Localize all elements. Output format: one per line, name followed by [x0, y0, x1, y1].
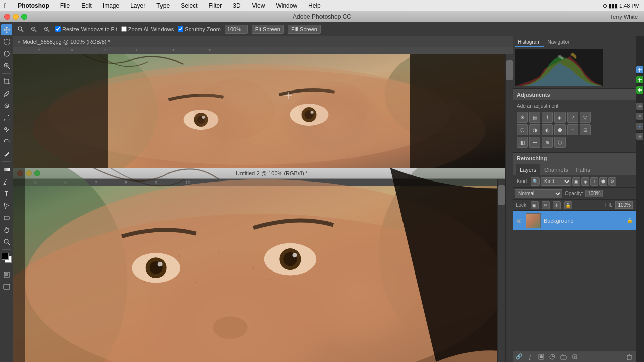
histogram-tab[interactable]: Histogram — [515, 38, 544, 47]
side-btn-4[interactable]: ◎ — [636, 103, 643, 110]
lock-image-btn[interactable]: ✏ — [542, 201, 550, 209]
path-selection-tool[interactable] — [1, 200, 12, 211]
scrubby-zoom-checkbox[interactable] — [178, 26, 183, 32]
adj-hsl-btn[interactable]: ▽ — [580, 112, 591, 123]
bottom-window-max[interactable] — [34, 170, 40, 176]
layers-filter-pixel[interactable]: ▣ — [572, 177, 580, 186]
menu-help[interactable]: Help — [306, 2, 323, 10]
layers-filter-shape[interactable]: ⬟ — [599, 177, 607, 186]
text-tool[interactable]: T — [1, 188, 12, 199]
adj-threshold-btn[interactable]: ☷ — [529, 137, 540, 148]
retouching-header[interactable]: Retouching — [513, 153, 636, 164]
delete-layer-btn[interactable] — [625, 353, 634, 361]
opacity-input[interactable] — [585, 190, 603, 197]
side-btn-2[interactable] — [636, 76, 643, 83]
layers-tab[interactable]: Layers — [516, 164, 540, 175]
menu-image[interactable]: Image — [101, 2, 121, 10]
brush-tool[interactable]: 2 — [1, 112, 12, 123]
hand-tool[interactable] — [1, 224, 12, 235]
side-btn-5[interactable]: ≡ — [636, 113, 643, 120]
adj-invert-btn[interactable]: ⊟ — [580, 124, 591, 135]
adj-channelmix-btn[interactable]: ⬟ — [554, 124, 566, 135]
adj-curves-btn[interactable]: ⌇ — [542, 112, 553, 123]
add-mask-btn[interactable] — [537, 353, 546, 361]
history-brush-tool[interactable] — [1, 136, 12, 147]
scrollbar-thumb[interactable] — [498, 185, 505, 205]
menu-layer[interactable]: Layer — [128, 2, 147, 10]
options-zoom-icon[interactable] — [16, 25, 25, 34]
resize-windows-checkbox[interactable] — [55, 26, 61, 32]
pen-tool[interactable] — [1, 176, 12, 187]
fill-screen-button[interactable]: Fill Screen — [288, 25, 321, 34]
main-canvas-scrollbar[interactable] — [505, 54, 513, 362]
menu-select[interactable]: Select — [179, 2, 199, 10]
layers-kind-select[interactable]: Kind — [541, 177, 571, 186]
layers-filter-type[interactable]: T — [590, 177, 598, 186]
close-button[interactable] — [4, 14, 10, 20]
fill-input[interactable] — [615, 201, 633, 209]
zoom-all-checkbox[interactable] — [121, 26, 127, 32]
maximize-button[interactable] — [21, 14, 27, 20]
menu-window[interactable]: Window — [274, 2, 299, 10]
screen-mode-btn[interactable] — [1, 281, 12, 292]
adj-gradient-map-btn[interactable]: ⊕ — [542, 137, 553, 148]
menu-type[interactable]: Type — [154, 2, 172, 10]
canvas-image-bottom[interactable] — [13, 186, 505, 362]
fit-screen-button[interactable]: Fit Screen — [252, 25, 284, 34]
zoom-tool[interactable]: 3 — [1, 236, 12, 247]
menu-edit[interactable]: Edit — [79, 2, 94, 10]
lock-transparent-btn[interactable]: ▣ — [531, 201, 539, 209]
resize-windows-label[interactable]: Resize Windows to Fit — [55, 26, 117, 32]
side-btn-7[interactable]: ◉ — [636, 133, 643, 140]
paths-tab[interactable]: Paths — [572, 164, 594, 175]
eraser-tool[interactable] — [1, 148, 12, 159]
layer-item-background[interactable]: Background 🔒 — [513, 211, 636, 231]
zoom-all-label[interactable]: Zoom All Windows — [121, 26, 174, 32]
eyedropper-tool[interactable] — [1, 88, 12, 99]
menu-filter[interactable]: Filter — [207, 2, 224, 10]
adj-colorlookup-btn[interactable]: ≡ — [567, 124, 578, 135]
lock-all-btn[interactable]: 🔒 — [564, 201, 572, 209]
minimize-button[interactable] — [13, 14, 19, 20]
gradient-tool[interactable] — [1, 164, 12, 175]
move-tool[interactable] — [1, 24, 12, 35]
add-layer-style-btn[interactable]: ƒ — [526, 353, 535, 361]
lock-position-btn[interactable]: ✛ — [553, 201, 561, 209]
adj-photofilter-btn[interactable]: ◐ — [542, 124, 553, 135]
tab-close-btn[interactable]: × — [17, 39, 20, 45]
main-scrollbar-thumb[interactable] — [506, 60, 513, 80]
scrubby-zoom-label[interactable]: Scrubby Zoom — [178, 26, 221, 32]
side-btn-3[interactable] — [636, 86, 643, 94]
adj-vibrance-btn[interactable]: ↗ — [567, 112, 578, 123]
layer-visibility-btn[interactable] — [516, 217, 523, 224]
layers-filter-smart[interactable]: ⚙ — [608, 177, 616, 186]
crop-tool[interactable] — [1, 76, 12, 87]
zoom-out-btn[interactable] — [29, 25, 38, 34]
adj-brightness-btn[interactable]: ☀ — [517, 112, 528, 123]
zoom-level-input[interactable] — [225, 25, 248, 34]
menu-3d[interactable]: 3D — [231, 2, 243, 10]
create-group-btn[interactable] — [559, 353, 568, 361]
adj-bw-btn[interactable]: ◑ — [529, 124, 540, 135]
create-adjustment-btn[interactable] — [548, 353, 557, 361]
canvas-window-top[interactable] — [13, 54, 505, 168]
quick-mask-btn[interactable] — [1, 269, 12, 280]
foreground-color-swatch[interactable] — [2, 253, 9, 260]
layers-search-icon[interactable]: 🔍 — [531, 177, 540, 186]
quick-select-tool[interactable] — [1, 60, 12, 71]
zoom-in-btn[interactable] — [42, 25, 51, 34]
adj-colorbalance-btn[interactable]: ⬡ — [517, 124, 528, 135]
lasso-tool[interactable] — [1, 48, 12, 59]
channels-tab[interactable]: Channels — [540, 164, 572, 175]
window-bottom-scrollbar[interactable] — [497, 179, 505, 362]
app-name[interactable]: Photoshop — [16, 2, 51, 10]
menu-view[interactable]: View — [250, 2, 267, 10]
side-btn-6[interactable]: ● — [636, 123, 643, 130]
adj-selective-color-btn[interactable]: ⬠ — [554, 137, 566, 148]
link-layers-btn[interactable]: 🔗 — [515, 353, 524, 361]
adj-levels-btn[interactable]: ▤ — [529, 112, 540, 123]
spot-heal-tool[interactable] — [1, 100, 12, 111]
color-swatches[interactable] — [2, 253, 12, 263]
bottom-window-close[interactable] — [17, 170, 23, 176]
adjustments-header[interactable]: Adjustments — [513, 89, 636, 100]
